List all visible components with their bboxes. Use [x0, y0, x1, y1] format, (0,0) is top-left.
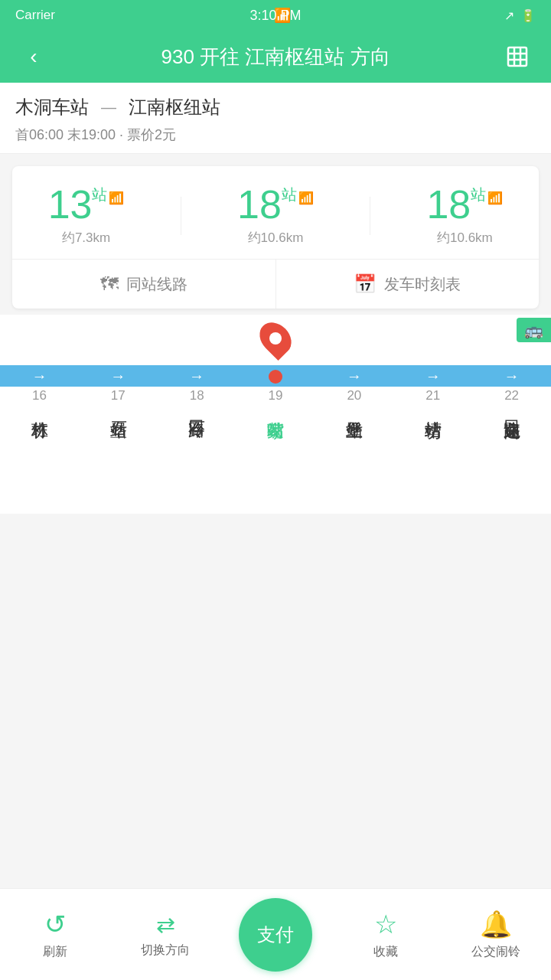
carrier-label: Carrier [15, 8, 55, 23]
stop-item-20[interactable]: 20 土登堡站 [315, 388, 393, 500]
stat-unit-3: 站 [471, 185, 486, 205]
arrow-5: → [347, 368, 362, 385]
stat-divider-2 [370, 197, 370, 235]
stop-num-22: 22 [504, 388, 519, 403]
route-strip-wrapper: 🚌 → → → → → → → 16 班竹林 17 石堡站 18 石冷路 [0, 315, 551, 514]
stop-item-19[interactable]: 19 苟家嘴站 [236, 388, 315, 500]
status-bar: Carrier 📶 3:10 PM ↗ 🔋 [0, 0, 551, 31]
stat-wifi-2: 📶 [298, 191, 314, 205]
stop-num-20: 20 [347, 388, 361, 403]
route-strip: 🚌 → → → → → → → 16 班竹林 17 石堡站 18 石冷路 [0, 315, 551, 514]
stop-item-22[interactable]: 22 迎龙高速路口 [472, 388, 551, 500]
map-routes-icon: 🗺 [100, 273, 119, 295]
stat-dist-1: 约7.3km [62, 229, 110, 247]
stop-name-17: 石堡站 [107, 408, 129, 500]
nav-refresh[interactable]: ↺ 刷新 [0, 909, 110, 960]
stop-num-19: 19 [269, 388, 283, 403]
stop-name-20: 土登堡站 [344, 408, 366, 500]
route-direction-arrow: — [101, 99, 116, 116]
route-endpoints: 木洞车站 — 江南枢纽站 [15, 95, 536, 119]
stop-num-16: 16 [32, 388, 47, 403]
same-station-routes-button[interactable]: 🗺 同站线路 [12, 260, 276, 309]
arrow-6: → [425, 368, 441, 385]
pin-body [253, 316, 298, 361]
stat-item-2: 18 站 📶 约10.6km [237, 185, 314, 247]
route-to: 江南枢纽站 [129, 95, 220, 119]
stat-num-1: 13 [48, 185, 93, 224]
stat-item-3: 18 站 📶 约10.6km [426, 185, 503, 247]
schedule-button[interactable]: 📅 发车时刻表 [276, 260, 540, 309]
stops-row: 16 班竹林 17 石堡站 18 石冷路口 19 苟家嘴站 20 土登堡站 21… [0, 388, 551, 500]
pin-inner [269, 332, 282, 345]
stat-wifi-1: 📶 [109, 191, 124, 205]
location-icon: ↗ [504, 8, 514, 23]
battery-icon: 🔋 [520, 8, 536, 23]
stats-card: 13 站 📶 约7.3km 18 站 📶 约10.6km 18 站 📶 约10.… [12, 166, 539, 309]
switch-direction-label: 切换方向 [141, 942, 190, 959]
stat-unit-2: 站 [282, 185, 297, 205]
alarm-icon: 🔔 [480, 909, 512, 939]
refresh-icon: ↺ [44, 909, 66, 939]
same-station-label: 同站线路 [126, 274, 187, 295]
stop-item-18[interactable]: 18 石冷路口 [158, 388, 236, 500]
stat-wifi-3: 📶 [487, 191, 503, 205]
bus-icon: 🚌 [517, 318, 551, 342]
pay-button[interactable]: 支付 [239, 898, 312, 972]
nav-switch-direction[interactable]: ⇄ 切换方向 [110, 911, 220, 959]
back-button[interactable]: ‹ [15, 38, 52, 75]
schedule-icon: 📅 [354, 273, 377, 295]
stat-num-2: 18 [237, 185, 282, 224]
stat-divider-1 [181, 197, 181, 235]
favorite-icon: ☆ [374, 909, 397, 939]
refresh-label: 刷新 [43, 944, 67, 960]
map-button[interactable] [499, 38, 536, 75]
route-from: 木洞车站 [15, 95, 89, 119]
time-label: 3:10 PM [249, 8, 301, 24]
location-pin [262, 321, 289, 356]
current-stop-dot [269, 370, 282, 384]
bottom-nav: ↺ 刷新 ⇄ 切换方向 支付 ☆ 收藏 🔔 公交闹铃 [0, 888, 551, 980]
stop-num-18: 18 [190, 388, 204, 403]
svg-rect-0 [508, 47, 527, 66]
stat-num-3: 18 [426, 185, 471, 224]
route-meta: 首06:00 末19:00 · 票价2元 [15, 126, 536, 144]
arrow-3: → [189, 368, 204, 385]
stat-item-1: 13 站 📶 约7.3km [48, 185, 125, 247]
stop-name-21: 槽坊站 [422, 408, 444, 500]
favorite-label: 收藏 [373, 944, 398, 960]
alarm-label: 公交闹铃 [471, 944, 520, 960]
stop-num-17: 17 [111, 388, 126, 403]
stop-name-18: 石冷路口 [186, 408, 208, 500]
stop-name-22: 迎龙高速路口 [500, 408, 523, 500]
route-info: 木洞车站 — 江南枢纽站 首06:00 末19:00 · 票价2元 [0, 83, 551, 154]
stop-name-19: 苟家嘴站 [265, 408, 287, 500]
nav-center: 支付 [220, 898, 331, 972]
stop-num-21: 21 [425, 388, 440, 403]
arrow-7: → [504, 368, 519, 385]
stat-dist-2: 约10.6km [248, 229, 304, 247]
stop-item-16[interactable]: 16 班竹林 [0, 388, 79, 500]
stats-row: 13 站 📶 约7.3km 18 站 📶 约10.6km 18 站 📶 约10.… [12, 166, 539, 260]
stop-item-17[interactable]: 17 石堡站 [79, 388, 158, 500]
arrow-2: → [110, 368, 126, 385]
arrow-1: → [31, 368, 47, 385]
stop-name-16: 班竹林 [28, 408, 51, 500]
page-title: 930 开往 江南枢纽站 方向 [52, 44, 499, 70]
nav-favorite[interactable]: ☆ 收藏 [331, 909, 441, 960]
stat-unit-1: 站 [92, 185, 107, 205]
status-right: ↗ 🔋 [504, 8, 536, 23]
header: ‹ 930 开往 江南枢纽站 方向 [0, 31, 551, 83]
stop-item-21[interactable]: 21 槽坊站 [393, 388, 472, 500]
switch-direction-icon: ⇄ [156, 911, 175, 938]
actions-row: 🗺 同站线路 📅 发车时刻表 [12, 260, 539, 309]
schedule-label: 发车时刻表 [384, 274, 461, 295]
stat-dist-3: 约10.6km [437, 229, 493, 247]
nav-alarm[interactable]: 🔔 公交闹铃 [441, 909, 551, 960]
